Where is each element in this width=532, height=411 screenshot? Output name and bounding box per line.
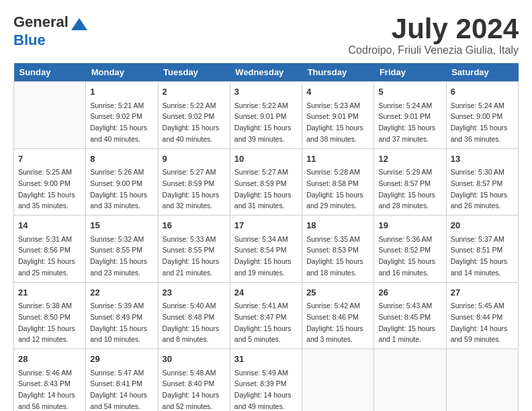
day-info: Sunrise: 5:38 AM Sunset: 8:50 PM Dayligh…	[18, 302, 75, 343]
day-number: 26	[378, 286, 441, 300]
day-number: 22	[90, 286, 153, 300]
day-number: 13	[451, 152, 514, 166]
calendar-cell	[14, 82, 86, 149]
day-info: Sunrise: 5:33 AM Sunset: 8:55 PM Dayligh…	[163, 235, 220, 277]
svg-marker-0	[71, 18, 87, 30]
day-number: 3	[234, 85, 298, 99]
calendar-cell: 10Sunrise: 5:27 AM Sunset: 8:59 PM Dayli…	[230, 148, 302, 216]
calendar-cell: 29Sunrise: 5:47 AM Sunset: 8:41 PM Dayli…	[86, 349, 158, 411]
day-number: 16	[163, 219, 226, 232]
day-info: Sunrise: 5:28 AM Sunset: 8:58 PM Dayligh…	[306, 168, 363, 210]
day-number: 28	[18, 353, 81, 366]
weekday-header-wednesday: Wednesday	[230, 63, 302, 82]
page-header: General Blue July 2024 Codroipo, Friuli …	[13, 13, 519, 56]
calendar-cell: 27Sunrise: 5:45 AM Sunset: 8:44 PM Dayli…	[446, 282, 518, 349]
calendar-cell: 30Sunrise: 5:48 AM Sunset: 8:40 PM Dayli…	[158, 349, 230, 411]
day-info: Sunrise: 5:47 AM Sunset: 8:41 PM Dayligh…	[90, 369, 147, 410]
day-number: 10	[234, 152, 298, 166]
calendar-cell: 14Sunrise: 5:31 AM Sunset: 8:56 PM Dayli…	[14, 216, 86, 283]
calendar-cell: 3Sunrise: 5:22 AM Sunset: 9:01 PM Daylig…	[230, 82, 302, 149]
day-number: 14	[18, 219, 81, 232]
day-number: 4	[306, 85, 369, 99]
day-number: 1	[90, 85, 153, 99]
calendar-cell: 22Sunrise: 5:39 AM Sunset: 8:49 PM Dayli…	[86, 282, 158, 349]
calendar-cell: 18Sunrise: 5:35 AM Sunset: 8:53 PM Dayli…	[302, 216, 374, 283]
day-number: 19	[378, 219, 441, 232]
day-number: 23	[163, 286, 226, 300]
calendar-cell: 16Sunrise: 5:33 AM Sunset: 8:55 PM Dayli…	[158, 216, 230, 283]
day-info: Sunrise: 5:22 AM Sunset: 9:01 PM Dayligh…	[234, 101, 292, 143]
calendar-cell: 11Sunrise: 5:28 AM Sunset: 8:58 PM Dayli…	[302, 148, 374, 216]
day-info: Sunrise: 5:24 AM Sunset: 9:00 PM Dayligh…	[451, 101, 508, 143]
calendar-cell: 5Sunrise: 5:24 AM Sunset: 9:01 PM Daylig…	[374, 82, 446, 149]
day-number: 9	[163, 152, 226, 166]
day-number: 11	[306, 152, 369, 166]
day-number: 20	[451, 219, 514, 232]
day-number: 6	[451, 85, 514, 99]
calendar-cell	[446, 349, 518, 411]
day-info: Sunrise: 5:29 AM Sunset: 8:57 PM Dayligh…	[378, 168, 435, 210]
logo-blue-text: Blue	[13, 32, 46, 48]
logo: General Blue	[13, 13, 89, 49]
day-info: Sunrise: 5:42 AM Sunset: 8:46 PM Dayligh…	[306, 302, 363, 343]
weekday-header-monday: Monday	[86, 63, 158, 82]
logo-general-text: General	[13, 13, 89, 32]
calendar-table: SundayMondayTuesdayWednesdayThursdayFrid…	[13, 63, 519, 411]
calendar-cell: 19Sunrise: 5:36 AM Sunset: 8:52 PM Dayli…	[374, 216, 446, 283]
day-info: Sunrise: 5:26 AM Sunset: 9:00 PM Dayligh…	[90, 168, 147, 210]
day-number: 17	[234, 219, 298, 232]
calendar-cell: 7Sunrise: 5:25 AM Sunset: 9:00 PM Daylig…	[14, 148, 86, 216]
calendar-cell: 31Sunrise: 5:49 AM Sunset: 8:39 PM Dayli…	[230, 349, 302, 411]
day-info: Sunrise: 5:40 AM Sunset: 8:48 PM Dayligh…	[163, 302, 220, 343]
calendar-week-3: 14Sunrise: 5:31 AM Sunset: 8:56 PM Dayli…	[14, 216, 519, 283]
day-info: Sunrise: 5:22 AM Sunset: 9:02 PM Dayligh…	[163, 101, 220, 143]
day-info: Sunrise: 5:45 AM Sunset: 8:44 PM Dayligh…	[451, 302, 508, 343]
day-info: Sunrise: 5:35 AM Sunset: 8:53 PM Dayligh…	[306, 235, 363, 277]
day-number: 18	[306, 219, 369, 232]
calendar-cell: 4Sunrise: 5:23 AM Sunset: 9:01 PM Daylig…	[302, 82, 374, 149]
weekday-header-sunday: Sunday	[14, 63, 86, 82]
calendar-cell: 2Sunrise: 5:22 AM Sunset: 9:02 PM Daylig…	[158, 82, 230, 149]
calendar-week-2: 7Sunrise: 5:25 AM Sunset: 9:00 PM Daylig…	[14, 148, 519, 216]
day-info: Sunrise: 5:31 AM Sunset: 8:56 PM Dayligh…	[18, 235, 75, 277]
day-number: 24	[234, 286, 298, 300]
day-info: Sunrise: 5:24 AM Sunset: 9:01 PM Dayligh…	[378, 101, 435, 143]
weekday-header-friday: Friday	[374, 63, 446, 82]
calendar-cell: 28Sunrise: 5:46 AM Sunset: 8:43 PM Dayli…	[14, 349, 86, 411]
calendar-cell: 24Sunrise: 5:41 AM Sunset: 8:47 PM Dayli…	[230, 282, 302, 349]
title-area: July 2024 Codroipo, Friuli Venezia Giuli…	[349, 13, 519, 56]
day-info: Sunrise: 5:34 AM Sunset: 8:54 PM Dayligh…	[234, 235, 292, 277]
day-number: 12	[378, 152, 441, 166]
calendar-week-1: 1Sunrise: 5:21 AM Sunset: 9:02 PM Daylig…	[14, 82, 519, 149]
location-title: Codroipo, Friuli Venezia Giulia, Italy	[349, 44, 519, 56]
day-number: 7	[18, 152, 81, 166]
calendar-cell: 23Sunrise: 5:40 AM Sunset: 8:48 PM Dayli…	[158, 282, 230, 349]
weekday-header-saturday: Saturday	[446, 63, 518, 82]
calendar-cell: 13Sunrise: 5:30 AM Sunset: 8:57 PM Dayli…	[446, 148, 518, 216]
day-number: 30	[163, 353, 226, 366]
day-info: Sunrise: 5:39 AM Sunset: 8:49 PM Dayligh…	[90, 302, 147, 343]
day-info: Sunrise: 5:27 AM Sunset: 8:59 PM Dayligh…	[234, 168, 292, 210]
day-info: Sunrise: 5:48 AM Sunset: 8:40 PM Dayligh…	[163, 369, 220, 410]
calendar-header-row: SundayMondayTuesdayWednesdayThursdayFrid…	[14, 63, 519, 82]
day-number: 31	[234, 353, 298, 366]
day-info: Sunrise: 5:30 AM Sunset: 8:57 PM Dayligh…	[451, 168, 508, 210]
calendar-cell: 25Sunrise: 5:42 AM Sunset: 8:46 PM Dayli…	[302, 282, 374, 349]
calendar-cell: 26Sunrise: 5:43 AM Sunset: 8:45 PM Dayli…	[374, 282, 446, 349]
day-number: 25	[306, 286, 369, 300]
day-info: Sunrise: 5:36 AM Sunset: 8:52 PM Dayligh…	[378, 235, 435, 277]
calendar-week-4: 21Sunrise: 5:38 AM Sunset: 8:50 PM Dayli…	[14, 282, 519, 349]
day-info: Sunrise: 5:32 AM Sunset: 8:55 PM Dayligh…	[90, 235, 147, 277]
calendar-cell: 17Sunrise: 5:34 AM Sunset: 8:54 PM Dayli…	[230, 216, 302, 283]
calendar-cell	[302, 349, 374, 411]
day-number: 21	[18, 286, 81, 300]
calendar-cell: 1Sunrise: 5:21 AM Sunset: 9:02 PM Daylig…	[86, 82, 158, 149]
weekday-header-tuesday: Tuesday	[158, 63, 230, 82]
calendar-cell: 20Sunrise: 5:37 AM Sunset: 8:51 PM Dayli…	[446, 216, 518, 283]
month-title: July 2024	[349, 13, 519, 44]
day-info: Sunrise: 5:41 AM Sunset: 8:47 PM Dayligh…	[234, 302, 292, 343]
calendar-cell: 15Sunrise: 5:32 AM Sunset: 8:55 PM Dayli…	[86, 216, 158, 283]
calendar-cell: 21Sunrise: 5:38 AM Sunset: 8:50 PM Dayli…	[14, 282, 86, 349]
day-number: 8	[90, 152, 153, 166]
day-info: Sunrise: 5:37 AM Sunset: 8:51 PM Dayligh…	[451, 235, 508, 277]
